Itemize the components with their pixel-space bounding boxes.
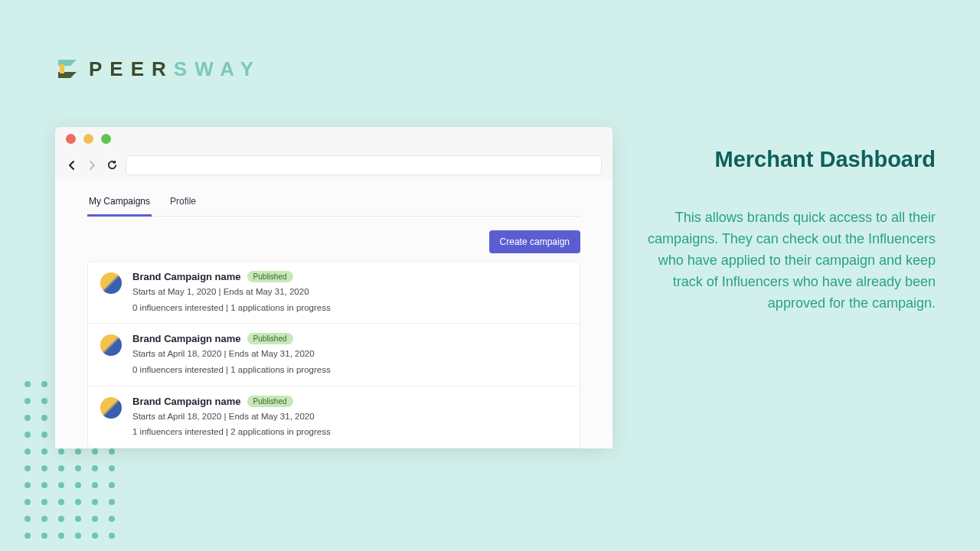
campaign-row[interactable]: Brand Campaign name Published Starts at … (88, 324, 580, 386)
campaign-dates: Starts at April 18, 2020 | Ends at May 3… (132, 410, 567, 423)
reload-icon[interactable] (106, 159, 118, 171)
status-badge: Published (247, 396, 293, 407)
campaign-row-body: Brand Campaign name Published Starts at … (132, 333, 567, 376)
avatar (100, 334, 122, 356)
browser-window: My Campaigns Profile Create campaign Bra… (55, 127, 612, 448)
tab-profile[interactable]: Profile (168, 190, 198, 216)
campaign-list: Brand Campaign name Published Starts at … (87, 261, 580, 448)
campaign-stats: 0 influencers interested | 1 application… (132, 364, 567, 377)
campaign-row-body: Brand Campaign name Published Starts at … (132, 396, 567, 439)
campaign-row[interactable]: Brand Campaign name Published Starts at … (88, 262, 580, 324)
window-minimize-icon[interactable] (83, 134, 93, 144)
svg-rect-0 (60, 64, 64, 73)
campaign-row-body: Brand Campaign name Published Starts at … (132, 271, 567, 314)
window-maximize-icon[interactable] (101, 134, 111, 144)
tab-my-campaigns[interactable]: My Campaigns (87, 190, 152, 217)
campaign-name: Brand Campaign name (132, 396, 241, 407)
page-title: Merchant Dashboard (645, 147, 936, 172)
page-tabs: My Campaigns Profile (87, 190, 580, 217)
avatar (100, 397, 122, 419)
browser-nav-bar (55, 151, 612, 179)
back-icon[interactable] (66, 159, 78, 171)
avatar (100, 272, 122, 294)
page-description: This allows brands quick access to all t… (645, 207, 936, 314)
window-title-bar (55, 127, 612, 151)
campaign-stats: 1 influencers interested | 2 application… (132, 425, 567, 439)
campaign-stats: 0 influencers interested | 1 application… (132, 302, 567, 315)
forward-icon[interactable] (86, 159, 98, 171)
logo-wordmark: PEERSWAY (89, 57, 261, 81)
status-badge: Published (247, 333, 293, 344)
page-actions: Create campaign (87, 230, 580, 253)
marketing-copy: Merchant Dashboard This allows brands qu… (645, 147, 936, 314)
campaign-name: Brand Campaign name (132, 271, 241, 282)
window-close-icon[interactable] (66, 134, 76, 144)
url-bar[interactable] (126, 155, 602, 175)
campaign-name: Brand Campaign name (132, 333, 241, 344)
campaign-dates: Starts at May 1, 2020 | Ends at May 31, … (132, 285, 567, 298)
status-badge: Published (247, 271, 293, 282)
logo-mark-icon (55, 55, 80, 83)
campaign-row[interactable]: Brand Campaign name Published Starts at … (88, 386, 580, 448)
peersway-logo: PEERSWAY (55, 55, 261, 83)
create-campaign-button[interactable]: Create campaign (489, 230, 580, 253)
app-page: My Campaigns Profile Create campaign Bra… (55, 179, 612, 448)
campaign-dates: Starts at April 18, 2020 | Ends at May 3… (132, 347, 567, 360)
